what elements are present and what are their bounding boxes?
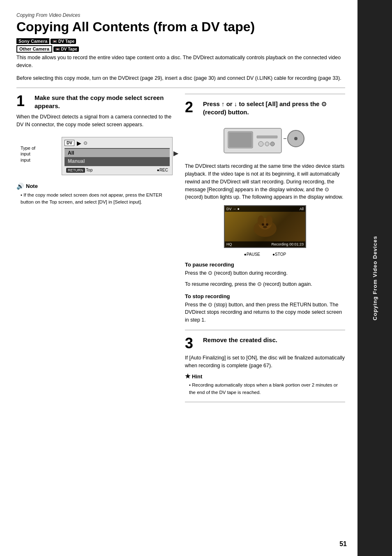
device-svg bbox=[220, 120, 310, 157]
arrow-indicator: ▶ bbox=[77, 140, 81, 146]
note-box: 🔊 Note • If the copy mode select screen … bbox=[16, 183, 173, 206]
menu-item-manual: Manual bbox=[65, 157, 170, 165]
intro-text-2: Before selecting this copy mode, turn on… bbox=[16, 74, 345, 82]
dot-indicator bbox=[84, 141, 87, 145]
svg-point-15 bbox=[266, 223, 268, 226]
recording-all-label: All bbox=[300, 207, 304, 211]
to-pause-heading: To pause recording bbox=[185, 262, 345, 268]
screen-menu: All Manual bbox=[65, 148, 170, 166]
device-image bbox=[185, 120, 345, 158]
note-text: • If the copy mode select screen does no… bbox=[16, 192, 173, 206]
sony-camera-badge: Sony Camera bbox=[16, 38, 49, 44]
step1-number: 1 bbox=[16, 94, 31, 109]
screen-bottom: RETURN Top ●REC bbox=[65, 168, 170, 172]
divider-step3 bbox=[185, 330, 345, 330]
recording-display: DV → ● All bbox=[224, 205, 306, 248]
sony-camera-row: Sony Camera 📼 DV Tape bbox=[16, 38, 345, 44]
type-of-input-label: Type of input input bbox=[21, 145, 43, 163]
rec-indicator: ●REC bbox=[157, 168, 168, 172]
svg-point-8 bbox=[294, 137, 297, 140]
svg-rect-2 bbox=[229, 132, 252, 147]
stop-label: ●STOP bbox=[272, 252, 286, 257]
step2-block: 2 Press ↑ or ↓ to select [All] and press… bbox=[185, 100, 345, 324]
page-number: 51 bbox=[339, 540, 347, 548]
section-title: Copying From Video Devices bbox=[16, 12, 345, 18]
other-dv-badge: 📼 DV Tape bbox=[53, 46, 79, 52]
svg-point-4 bbox=[258, 141, 263, 146]
step2-body: The DVDirect starts recording at the sam… bbox=[185, 162, 345, 201]
hint-box: ★ Hint • Recording automatically stops w… bbox=[185, 373, 345, 396]
step3-block: 3 Remove the created disc. If [Auto Fina… bbox=[185, 336, 345, 370]
screen-topbar: DV ▶ bbox=[65, 140, 170, 146]
note-title: 🔊 Note bbox=[16, 183, 173, 190]
sony-dv-badge: 📼 DV Tape bbox=[51, 39, 76, 44]
step1-block: 1 Make sure that the copy mode select sc… bbox=[16, 94, 173, 129]
svg-point-5 bbox=[265, 142, 269, 146]
dv-indicator: DV bbox=[65, 140, 74, 146]
hint-text: • Recording automatically stops when a b… bbox=[185, 382, 345, 396]
menu-arrow: ▶ bbox=[173, 149, 178, 157]
other-camera-row: Other Camera 📼 DV Tape bbox=[16, 45, 345, 53]
to-stop-heading: To stop recording bbox=[185, 293, 345, 299]
note-icon: 🔊 bbox=[16, 183, 24, 190]
svg-point-14 bbox=[262, 223, 264, 226]
right-sidebar: Copying From Video Devices bbox=[357, 0, 392, 556]
recording-bottom-bar: HQ Recording 00:01:23 bbox=[225, 241, 305, 247]
screen-mockup: DV ▶ All Manual RETURN Top bbox=[62, 137, 173, 175]
step3-body: If [Auto Finalizing] is set to [ON], the… bbox=[185, 354, 345, 370]
return-btn: RETURN bbox=[66, 168, 85, 173]
divider-1 bbox=[16, 88, 345, 88]
step2-number: 2 bbox=[185, 100, 200, 115]
recording-controls: ●PAUSE ●STOP bbox=[224, 252, 306, 257]
step1-heading: Make sure that the copy mode select scre… bbox=[35, 94, 173, 110]
step3-number: 3 bbox=[185, 336, 200, 351]
svg-point-6 bbox=[270, 142, 274, 146]
dog-svg bbox=[244, 212, 286, 241]
to-pause-text-2: To resume recording, press the ⊙ (record… bbox=[185, 280, 345, 288]
screen-mockup-area: Type of input input DV ▶ bbox=[21, 133, 173, 179]
dog-image bbox=[225, 206, 305, 247]
intro-text-1: This mode allows you to record the entir… bbox=[16, 54, 345, 70]
divider-top-right bbox=[185, 94, 345, 94]
svg-rect-3 bbox=[257, 136, 277, 138]
step3-heading: Remove the created disc. bbox=[203, 336, 277, 344]
recording-dv: DV → ● bbox=[226, 207, 240, 211]
menu-item-all: All bbox=[65, 149, 170, 157]
other-camera-badge: Other Camera bbox=[16, 45, 52, 53]
recording-top-bar: DV → ● All bbox=[225, 206, 305, 212]
sidebar-text: Copying From Video Devices bbox=[372, 236, 378, 320]
step1-body: When the DVDirect detects a signal from … bbox=[16, 113, 173, 129]
page-title: Copying All Contents (from a DV tape) bbox=[16, 20, 345, 34]
pause-label: ●PAUSE bbox=[244, 252, 260, 257]
to-pause-text-1: Press the ⊙ (record) button during recor… bbox=[185, 269, 345, 277]
svg-point-16 bbox=[263, 226, 267, 228]
to-stop-text: Press the ⊙ (stop) button, and then pres… bbox=[185, 301, 345, 324]
divider-bottom bbox=[185, 402, 345, 402]
hint-title: ★ Hint bbox=[185, 373, 345, 380]
recording-time: Recording 00:01:23 bbox=[271, 242, 304, 246]
recording-hq: HQ bbox=[226, 242, 232, 246]
hint-icon: ★ bbox=[185, 373, 190, 380]
step2-heading: Press ↑ or ↓ to select [All] and press t… bbox=[203, 100, 345, 116]
